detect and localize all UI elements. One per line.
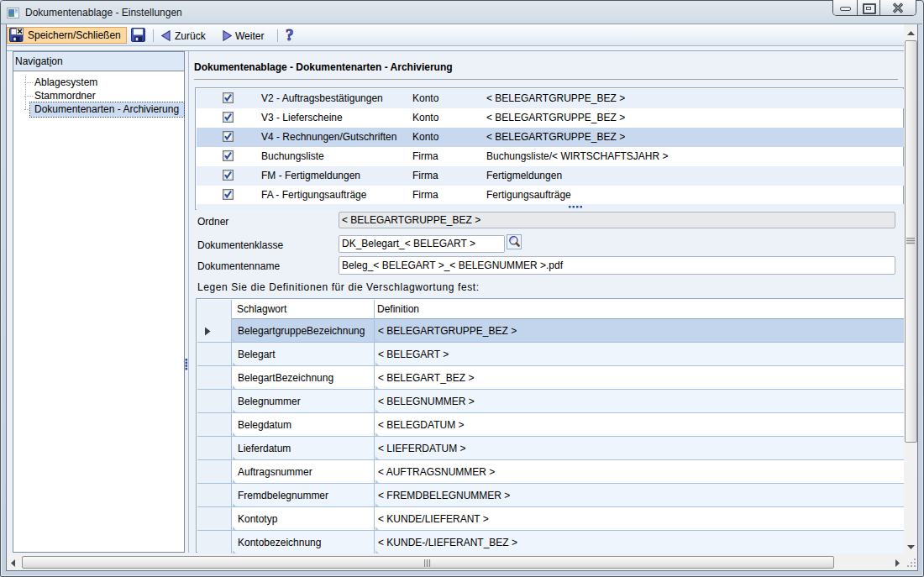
svg-text:?: ?	[286, 28, 294, 44]
